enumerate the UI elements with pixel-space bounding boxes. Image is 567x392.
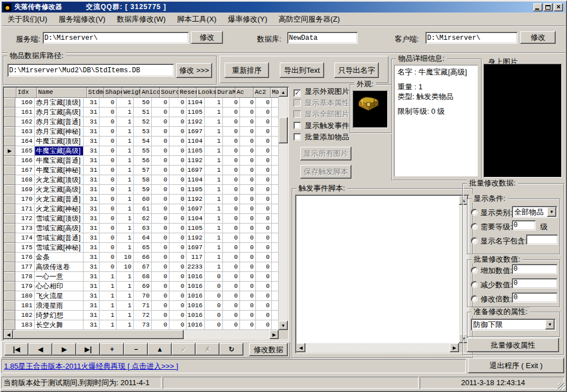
table-cell[interactable]: 1 [117,117,134,127]
table-cell[interactable]: 0 [256,301,272,311]
need-level-input[interactable] [512,220,536,230]
table-cell[interactable]: 117 [187,253,205,262]
table-cell[interactable]: 1105 [187,185,205,195]
table-cell[interactable]: 1697 [187,204,205,214]
table-cell[interactable]: 火龙宝藏[高级] [35,185,84,195]
table-cell[interactable]: 0 [152,262,169,272]
table-cell[interactable]: 0 [240,224,256,233]
table-cell[interactable]: 0 [152,117,169,127]
table-cell[interactable]: 163 [15,127,35,137]
table-cell[interactable]: 0 [223,243,240,253]
table-cell[interactable]: 0 [240,146,256,156]
exit-button[interactable]: 退出程序 ( Exit ) [468,358,564,373]
table-cell[interactable]: 0 [100,233,117,243]
table-vscrollbar[interactable]: ▲ ▼ [279,88,288,330]
menu-item[interactable]: 高防空间服务器(Z) [273,13,346,26]
table-cell[interactable]: 1 [205,175,223,185]
table-cell[interactable]: 0 [152,282,169,291]
row-selector[interactable] [4,117,15,127]
table-cell[interactable]: 10 [117,253,134,262]
table-cell[interactable]: 0 [223,195,240,204]
table-cell[interactable]: 0 [100,108,117,117]
table-cell[interactable] [272,108,279,117]
table-row[interactable]: 175雪域宝藏[神秘]3101650016971000 [4,243,288,253]
table-cell[interactable]: 1 [117,224,134,233]
table-cell[interactable]: 0 [240,175,256,185]
table-cell[interactable]: 0 [223,156,240,166]
table-cell[interactable]: 31 [84,98,100,108]
table-cell[interactable]: 0 [100,175,117,185]
table-cell[interactable]: 72 [134,311,152,320]
table-cell[interactable]: 牛魔宝藏[普通] [35,156,84,166]
table-cell[interactable]: 1 [117,204,134,214]
table-cell[interactable]: 0 [223,272,240,282]
table-cell[interactable]: 50 [134,98,152,108]
table-cell[interactable]: 0 [240,195,256,204]
table-cell[interactable]: 0 [169,320,187,330]
table-cell[interactable]: 1 [205,253,223,262]
client-modify-button[interactable]: 修改 [520,31,556,44]
table-cell[interactable]: 1104 [187,137,205,146]
table-cell[interactable]: 0 [223,214,240,224]
table-cell[interactable]: 0 [152,233,169,243]
table-cell[interactable]: 0 [256,204,272,214]
save-script-button[interactable]: 保存触发脚本 [300,165,351,179]
memo-scroll-left-icon[interactable]: ◀ [296,343,305,352]
table-cell[interactable]: 31 [84,320,100,330]
table-cell[interactable]: 31 [84,156,100,166]
radio-name-contains[interactable] [471,237,478,244]
table-cell[interactable]: 0 [100,127,117,137]
row-selector[interactable] [4,166,15,175]
grid-column-header[interactable]: Shape [104,88,122,98]
table-cell[interactable]: 174 [15,233,35,243]
table-cell[interactable]: 31 [84,243,100,253]
table-row[interactable]: 176金条3101066001171000 [4,253,288,262]
table-cell[interactable]: 58 [134,175,152,185]
nav-next-button[interactable]: ▶ [52,343,76,356]
table-cell[interactable]: 1192 [187,156,205,166]
table-cell[interactable]: 0 [256,137,272,146]
table-cell[interactable]: 0 [256,233,272,243]
table-cell[interactable]: 1 [205,117,223,127]
table-cell[interactable]: 1105 [187,224,205,233]
table-cell[interactable]: 63 [134,224,152,233]
table-cell[interactable]: 0 [152,272,169,282]
table-cell[interactable]: 心心相印 [35,282,84,291]
table-cell[interactable]: 火龙宝藏[普通] [35,195,84,204]
table-cell[interactable]: 31 [84,311,100,320]
table-row[interactable]: 171火龙宝藏[神秘]3101610016971000 [4,204,288,214]
table-cell[interactable]: 0 [169,311,187,320]
table-cell[interactable]: 0 [240,127,256,137]
table-cell[interactable]: 1016 [187,282,205,291]
table-cell[interactable]: 0 [256,291,272,301]
table-cell[interactable]: 1 [205,108,223,117]
table-cell[interactable]: 1 [117,146,134,156]
menu-item[interactable]: 服务端修改(V) [53,13,111,26]
table-row[interactable]: 168火龙宝藏[顶级]3101580011041000 [4,175,288,185]
table-cell[interactable]: 160 [15,98,35,108]
table-cell[interactable]: 0 [100,243,117,253]
table-cell[interactable]: 1192 [187,233,205,243]
table-cell[interactable]: 164 [15,137,35,146]
table-cell[interactable]: 31 [84,291,100,301]
table-cell[interactable]: 0 [240,301,256,311]
table-cell[interactable]: 1 [205,156,223,166]
table-cell[interactable]: 0 [152,98,169,108]
table-cell[interactable]: 0 [223,166,240,175]
table-cell[interactable]: 0 [169,301,187,311]
table-cell[interactable]: 0 [256,185,272,195]
table-cell[interactable]: 1016 [187,291,205,301]
table-cell[interactable]: 1 [117,156,134,166]
table-cell[interactable]: 167 [15,166,35,175]
table-cell[interactable]: 1 [100,320,117,330]
table-cell[interactable]: 0 [223,301,240,311]
table-row[interactable]: 164牛魔宝藏[顶级]3101540011041000 [4,137,288,146]
nav-cancel-button[interactable]: ✗ [196,343,220,356]
nav-first-button[interactable]: |◀ [5,343,28,356]
table-cell[interactable]: 火龙宝藏[顶级] [35,175,84,185]
table-cell[interactable]: 0 [223,204,240,214]
table-cell[interactable]: 1 [117,233,134,243]
table-cell[interactable]: 牛魔宝藏[顶级] [35,137,84,146]
table-cell[interactable]: 0 [223,175,240,185]
table-cell[interactable]: 0 [152,108,169,117]
